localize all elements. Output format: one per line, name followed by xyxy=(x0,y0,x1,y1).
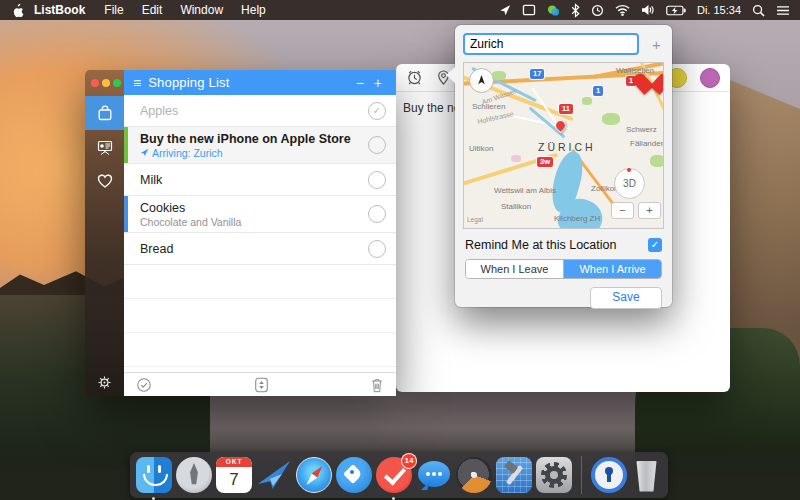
map-3d-button[interactable]: 3D xyxy=(614,168,645,199)
list-item-apples[interactable]: Apples ✓ xyxy=(124,95,396,127)
remind-checkbox[interactable]: ✓ xyxy=(648,238,662,252)
gear-icon xyxy=(96,374,113,391)
remove-item-button[interactable]: − xyxy=(351,75,369,91)
menu-edit[interactable]: Edit xyxy=(133,0,172,20)
dock: OKT 7 14 xyxy=(130,452,668,498)
status-icons: Di. 15:34 xyxy=(499,4,800,17)
checkbox-empty[interactable] xyxy=(368,136,386,154)
remind-label: Remind Me at this Location xyxy=(465,238,616,252)
dock-separator xyxy=(581,456,582,494)
map-label-uitikon: Uitikon xyxy=(469,144,493,153)
zoom-button[interactable] xyxy=(113,79,121,87)
item-title: Buy the new iPhone on Apple Store xyxy=(140,132,351,146)
item-location-subtitle: Arriving: Zurich xyxy=(140,147,351,159)
calendar-dock-icon[interactable]: OKT 7 xyxy=(216,457,252,493)
map-label-city: ZÜRICH xyxy=(538,141,596,153)
map-park xyxy=(602,113,620,125)
route-badge-3w: 3w xyxy=(537,157,553,167)
safari-dock-icon[interactable] xyxy=(296,457,332,493)
xcode-dock-icon[interactable] xyxy=(496,457,532,493)
presentation-board-icon xyxy=(96,138,114,156)
trigger-segmented-control: When I Leave When I Arrive xyxy=(465,259,662,279)
map-label-stallikon: Stallikon xyxy=(501,202,531,211)
close-button[interactable] xyxy=(91,79,99,87)
segment-when-i-leave[interactable]: When I Leave xyxy=(466,260,564,278)
location-arrow-icon[interactable] xyxy=(499,4,511,16)
menu-window[interactable]: Window xyxy=(171,0,232,20)
list-menu-icon[interactable]: ≡ xyxy=(133,76,141,90)
compass-button[interactable] xyxy=(469,68,494,93)
map[interactable]: Wallisellen Schlieren Am Wasser Hohlstra… xyxy=(463,62,664,229)
system-preferences-dock-icon[interactable] xyxy=(536,457,572,493)
complete-all-icon[interactable] xyxy=(136,377,152,393)
zoom-out-button[interactable]: − xyxy=(611,202,634,219)
add-location-button[interactable]: + xyxy=(652,36,661,53)
apple-logo-icon xyxy=(12,3,24,17)
notification-center-icon[interactable] xyxy=(776,5,790,16)
window-title: Shopping List xyxy=(148,75,229,90)
menu-clock[interactable]: Di. 15:34 xyxy=(697,4,741,16)
checkbox-empty[interactable] xyxy=(368,205,386,223)
messages-dock-icon[interactable] xyxy=(416,457,452,493)
sidebar-item-shopping[interactable] xyxy=(85,96,124,130)
status-app-icon[interactable] xyxy=(547,4,560,17)
traffic-lights xyxy=(85,70,124,87)
checkbox-checked[interactable]: ✓ xyxy=(368,102,386,120)
checkbox-empty[interactable] xyxy=(368,240,386,258)
empty-row xyxy=(124,333,396,367)
volume-icon[interactable] xyxy=(641,4,655,16)
list-item-iphone[interactable]: Buy the new iPhone on Apple Store Arrivi… xyxy=(124,127,396,164)
sidebar-settings[interactable] xyxy=(85,374,124,391)
sidebar-item-favorites[interactable] xyxy=(85,164,124,198)
menu-help[interactable]: Help xyxy=(232,0,275,20)
disc-app-dock-icon[interactable] xyxy=(456,457,492,493)
apple-menu[interactable] xyxy=(0,3,28,17)
zoom-in-button[interactable]: + xyxy=(638,202,661,219)
sort-icon[interactable] xyxy=(254,377,269,393)
tags-app-dock-icon[interactable] xyxy=(336,457,372,493)
empty-row xyxy=(124,265,396,299)
sidebar-item-board[interactable] xyxy=(85,130,124,164)
empty-row xyxy=(124,299,396,333)
map-legal-link[interactable]: Legal xyxy=(467,216,483,223)
listbook-dock-icon[interactable]: 14 xyxy=(376,457,412,493)
onepassword-dock-icon[interactable] xyxy=(591,457,627,493)
map-label-faellanden: Fällanden xyxy=(630,139,664,148)
time-machine-icon[interactable] xyxy=(591,4,604,17)
window-sidebar xyxy=(85,70,124,396)
minimize-button[interactable] xyxy=(102,79,110,87)
list-item-cookies[interactable]: Cookies Chocolate and Vanilla xyxy=(124,196,396,233)
alarm-clock-icon[interactable] xyxy=(406,69,423,86)
save-button[interactable]: Save xyxy=(590,287,662,309)
menu-app-name[interactable]: ListBook xyxy=(28,0,95,20)
heart-marker[interactable] xyxy=(639,66,664,88)
location-popover: + Wallisellen Schlieren xyxy=(455,25,672,307)
segment-when-i-arrive[interactable]: When I Arrive xyxy=(564,260,661,278)
map-park xyxy=(650,155,664,167)
bluetooth-icon[interactable] xyxy=(571,4,580,17)
location-search-input[interactable] xyxy=(463,33,639,55)
launchpad-dock-icon[interactable] xyxy=(176,457,212,493)
tag-color-purple[interactable] xyxy=(700,68,720,88)
add-item-button[interactable]: + xyxy=(369,75,387,91)
popover-tail xyxy=(446,67,455,83)
item-subtitle: Chocolate and Vanilla xyxy=(140,216,241,228)
list-item-milk[interactable]: Milk xyxy=(124,164,396,196)
desktop: ListBook File Edit Window Help Di. 15:34 xyxy=(0,0,800,500)
trash-dock-icon[interactable] xyxy=(635,461,658,492)
trash-icon[interactable] xyxy=(370,377,384,393)
map-park xyxy=(492,71,506,80)
display-icon[interactable] xyxy=(522,4,536,16)
map-park xyxy=(582,97,592,105)
heart-icon xyxy=(96,172,114,190)
calendar-month: OKT xyxy=(216,457,252,467)
todo-list: Apples ✓ Buy the new iPhone on Apple Sto… xyxy=(124,95,396,372)
finder-dock-icon[interactable] xyxy=(136,457,172,493)
battery-charging-icon[interactable] xyxy=(666,5,686,16)
list-item-bread[interactable]: Bread xyxy=(124,233,396,265)
menu-file[interactable]: File xyxy=(95,0,132,20)
wifi-icon[interactable] xyxy=(615,4,630,16)
spotlight-icon[interactable] xyxy=(752,4,765,17)
mail-dock-icon[interactable] xyxy=(256,457,292,493)
checkbox-empty[interactable] xyxy=(368,171,386,189)
